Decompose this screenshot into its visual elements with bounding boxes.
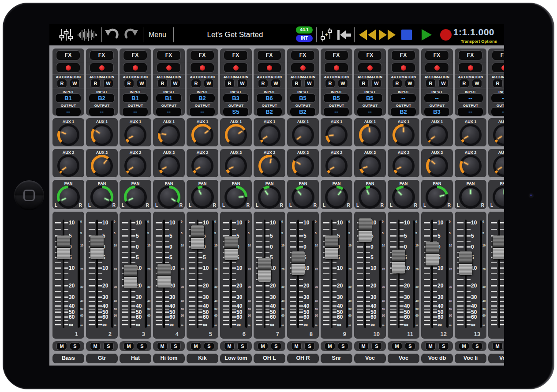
output-select-button[interactable]: -- — [458, 108, 483, 116]
fx-button[interactable]: FX — [258, 51, 281, 60]
aux-knob[interactable] — [191, 154, 214, 177]
aux-knob[interactable] — [90, 154, 114, 177]
channel-name[interactable]: Hat — [119, 353, 152, 364]
automation-write-button[interactable]: W — [271, 79, 280, 87]
channel-name[interactable]: OH L — [253, 353, 286, 364]
stop-button[interactable] — [401, 29, 412, 41]
input-select-button[interactable]: -- — [424, 94, 449, 102]
record-arm-button[interactable] — [123, 63, 147, 72]
automation-write-button[interactable]: W — [171, 79, 180, 87]
input-select-button[interactable]: B3 — [223, 94, 248, 102]
fader-cap[interactable] — [57, 235, 70, 259]
channel-name[interactable]: Snr — [320, 353, 353, 364]
pan-knob[interactable] — [224, 185, 248, 209]
automation-write-button[interactable]: W — [338, 79, 348, 87]
channel-name[interactable]: Voc li — [454, 353, 487, 364]
fader-cap[interactable] — [258, 258, 271, 282]
aux-knob[interactable] — [459, 154, 482, 177]
automation-read-button[interactable]: R — [292, 79, 301, 87]
mute-button[interactable]: M — [426, 343, 435, 350]
pan-knob[interactable] — [492, 185, 504, 209]
redo-icon[interactable] — [124, 28, 138, 41]
input-select-button[interactable]: -- — [391, 94, 416, 102]
output-select-button[interactable]: -- — [357, 108, 382, 116]
channel-name[interactable]: OH R — [287, 353, 319, 364]
solo-button[interactable]: S — [137, 343, 147, 350]
input-select-button[interactable]: B2 — [190, 94, 215, 102]
pan-knob[interactable] — [425, 185, 449, 209]
fx-button[interactable]: FX — [157, 51, 180, 60]
solo-button[interactable]: S — [204, 343, 214, 350]
fx-button[interactable]: FX — [425, 51, 449, 60]
channel-name[interactable]: Voc — [354, 353, 386, 364]
output-select-button[interactable]: -- — [123, 108, 148, 116]
output-select-button[interactable]: B2 — [257, 108, 282, 116]
input-select-button[interactable]: B5 — [290, 94, 315, 102]
record-arm-button[interactable] — [492, 63, 504, 72]
automation-read-button[interactable]: R — [158, 79, 167, 87]
automation-write-button[interactable]: W — [137, 79, 146, 87]
aux-knob[interactable] — [191, 123, 214, 146]
fx-button[interactable]: FX — [492, 51, 504, 60]
pan-knob[interactable] — [358, 185, 382, 209]
channel-name[interactable]: Hi tom — [153, 353, 185, 364]
rewind-button[interactable] — [358, 29, 377, 41]
fx-button[interactable]: FX — [291, 51, 314, 60]
mute-button[interactable]: M — [258, 343, 268, 350]
aux-knob[interactable] — [291, 123, 315, 146]
aux-knob[interactable] — [325, 123, 348, 146]
mute-button[interactable]: M — [157, 343, 167, 350]
mute-button[interactable]: M — [359, 343, 368, 350]
input-select-button[interactable]: B2 — [89, 94, 114, 102]
mixer-view-icon[interactable] — [59, 28, 74, 42]
channel-name[interactable]: Voc — [488, 353, 504, 364]
solo-button[interactable]: S — [271, 343, 281, 350]
pan-knob[interactable] — [392, 185, 415, 209]
sample-rate-badge[interactable]: 44.1 — [296, 26, 313, 34]
fx-button[interactable]: FX — [224, 51, 247, 60]
fx-button[interactable]: FX — [459, 51, 482, 60]
mute-button[interactable]: M — [57, 343, 67, 350]
input-select-button[interactable]: -- — [458, 94, 483, 102]
input-select-button[interactable]: B5 — [357, 94, 382, 102]
pan-knob[interactable] — [157, 185, 181, 209]
fast-forward-button[interactable] — [378, 29, 396, 41]
automation-read-button[interactable]: R — [124, 79, 134, 87]
aux-knob[interactable] — [392, 154, 415, 177]
transport-options-label[interactable]: Transport Options — [461, 39, 497, 44]
input-select-button[interactable]: B1 — [156, 94, 181, 102]
input-select-button[interactable]: B1 — [123, 94, 148, 102]
solo-button[interactable]: S — [439, 343, 449, 350]
subgroup-faders-icon[interactable]: + — [320, 27, 333, 43]
fader-cap[interactable] — [90, 235, 104, 259]
output-select-button[interactable]: -- — [190, 108, 215, 116]
automation-write-button[interactable]: W — [70, 79, 79, 87]
record-arm-button[interactable] — [258, 63, 281, 72]
aux-knob[interactable] — [459, 123, 482, 146]
aux-knob[interactable] — [325, 154, 348, 177]
aux-knob[interactable] — [90, 123, 114, 146]
pan-knob[interactable] — [291, 185, 315, 209]
record-arm-button[interactable] — [291, 63, 314, 72]
fx-button[interactable]: FX — [123, 51, 147, 60]
aux-knob[interactable] — [157, 123, 181, 146]
automation-write-button[interactable]: W — [204, 79, 213, 87]
fx-button[interactable]: FX — [56, 51, 80, 60]
return-to-start-icon[interactable] — [336, 29, 352, 41]
fader-cap[interactable] — [292, 251, 305, 275]
aux-knob[interactable] — [123, 154, 147, 177]
automation-write-button[interactable]: W — [405, 79, 415, 87]
fader-cap[interactable] — [392, 250, 405, 273]
solo-button[interactable]: S — [472, 343, 482, 350]
output-select-button[interactable]: B2 — [391, 108, 416, 116]
automation-read-button[interactable]: R — [393, 79, 402, 87]
automation-read-button[interactable]: R — [460, 79, 469, 87]
solo-button[interactable]: S — [372, 343, 381, 350]
pan-knob[interactable] — [56, 185, 80, 209]
pan-knob[interactable] — [191, 185, 214, 209]
fader-cap[interactable] — [124, 265, 137, 288]
aux-knob[interactable] — [291, 154, 315, 177]
mute-button[interactable]: M — [392, 343, 402, 350]
aux-knob[interactable] — [358, 154, 382, 177]
record-arm-button[interactable] — [425, 63, 449, 72]
